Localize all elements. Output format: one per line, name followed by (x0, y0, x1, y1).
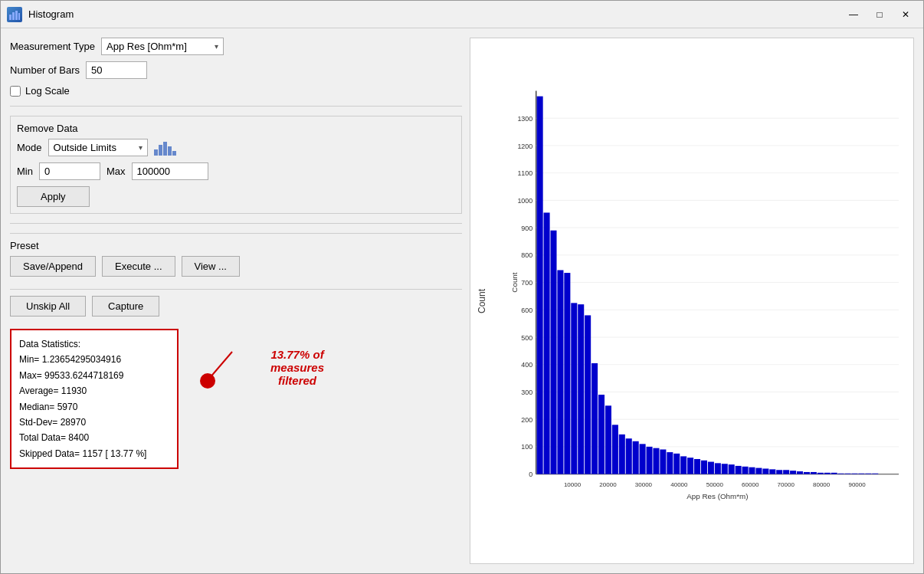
bar-27 (722, 464, 728, 474)
svg-text:700: 700 (521, 279, 532, 287)
bar-35 (776, 470, 782, 474)
main-content: Measurement Type App Res [Ohm*m] ▾ Numbe… (1, 28, 923, 573)
svg-text:60000: 60000 (742, 481, 759, 488)
bar-23 (694, 459, 700, 474)
bar-17 (653, 448, 659, 474)
apply-button[interactable]: Apply (17, 186, 90, 207)
svg-text:20000: 20000 (599, 481, 617, 488)
save-append-button[interactable]: Save/Append (10, 256, 96, 277)
log-scale-label: Log Scale (25, 85, 70, 97)
arrow-row: 13.77% of measures filtered (194, 344, 324, 390)
remove-data-section: Remove Data Mode Outside Limits ▾ (10, 116, 462, 214)
bar-4 (564, 273, 570, 474)
stats-max: Max= 99533.6244718169 (19, 368, 169, 383)
number-of-bars-row: Number of Bars 50 (10, 61, 462, 79)
bar-18 (660, 449, 666, 474)
bar-26 (715, 463, 721, 474)
bar-6 (578, 304, 584, 474)
svg-text:1300: 1300 (517, 115, 532, 123)
filtered-line2: measures (270, 361, 324, 374)
bar-0 (537, 97, 543, 474)
left-panel: Measurement Type App Res [Ohm*m] ▾ Numbe… (10, 38, 462, 564)
bar-36 (783, 470, 789, 474)
svg-text:1000: 1000 (517, 197, 532, 205)
stats-min: Min= 1.23654295034916 (19, 352, 169, 367)
bar-9 (598, 395, 605, 474)
bar-40 (811, 472, 817, 474)
svg-text:200: 200 (521, 416, 532, 424)
bar-2 (550, 231, 556, 474)
bar-49 (872, 474, 878, 474)
svg-text:300: 300 (521, 389, 532, 396)
bar-30 (742, 467, 749, 474)
log-scale-checkbox[interactable] (10, 86, 21, 97)
filtered-line1: 13.77% of (270, 348, 324, 361)
svg-text:70000: 70000 (778, 481, 795, 488)
svg-point-6 (200, 373, 215, 389)
bar-37 (790, 471, 796, 474)
filtered-label: 13.77% of measures filtered (247, 348, 324, 387)
stats-total-data: Total Data= 8400 (19, 430, 169, 445)
number-of-bars-input[interactable]: 50 (86, 61, 147, 79)
svg-text:600: 600 (521, 307, 532, 314)
maximize-button[interactable]: □ (868, 5, 891, 24)
stats-average: Average= 11930 (19, 383, 169, 399)
min-input[interactable] (39, 162, 100, 180)
minimize-button[interactable]: — (842, 5, 865, 24)
unskip-all-button[interactable]: Unskip All (10, 296, 86, 317)
bar-46 (851, 474, 857, 474)
capture-button[interactable]: Capture (92, 296, 159, 317)
chart-area: Count 0 100 200 (470, 38, 914, 564)
svg-rect-0 (9, 15, 11, 20)
close-button[interactable]: ✕ (894, 5, 917, 24)
bar-38 (797, 471, 803, 474)
bottom-buttons: Unskip All Capture (10, 289, 462, 317)
number-of-bars-label: Number of Bars (10, 64, 80, 76)
mode-dropdown[interactable]: Outside Limits ▾ (48, 139, 148, 156)
mode-value: Outside Limits (54, 142, 116, 153)
stats-box: Data Statistics: Min= 1.23654295034916 M… (10, 329, 179, 469)
bar-16 (647, 447, 653, 474)
stats-std-dev: Std-Dev= 28970 (19, 415, 169, 430)
svg-text:50000: 50000 (706, 481, 724, 488)
bar-47 (858, 474, 864, 474)
bar-24 (701, 461, 707, 474)
bar-31 (749, 467, 755, 474)
bar-11 (612, 425, 618, 474)
svg-text:100: 100 (521, 443, 532, 451)
svg-text:10000: 10000 (564, 481, 582, 488)
measurement-type-dropdown[interactable]: App Res [Ohm*m] ▾ (101, 38, 224, 55)
svg-text:1100: 1100 (517, 169, 532, 177)
max-input[interactable] (132, 162, 208, 180)
bar-3 (557, 270, 563, 474)
svg-text:400: 400 (521, 361, 532, 369)
svg-text:App Res (Ohm*m): App Res (Ohm*m) (686, 492, 748, 500)
bar-34 (769, 469, 775, 474)
arrow-svg (194, 344, 240, 390)
histogram-window: Histogram — □ ✕ Measurement Type App Res… (0, 0, 924, 574)
y-axis-label: Count (477, 288, 487, 313)
stats-area: Data Statistics: Min= 1.23654295034916 M… (10, 329, 462, 469)
mode-label: Mode (17, 142, 42, 153)
bar-39 (804, 472, 810, 474)
bar-29 (736, 466, 742, 474)
svg-line-4 (209, 352, 232, 379)
bar-32 (755, 468, 762, 474)
view-button[interactable]: View ... (182, 256, 240, 277)
bar-21 (680, 456, 686, 474)
bar-13 (626, 438, 632, 474)
arrow-line (194, 344, 240, 390)
bar-chart-icon (154, 140, 176, 156)
stats-title: Data Statistics: (19, 336, 169, 352)
bar-10 (605, 405, 611, 474)
filtered-annotation: 13.77% of measures filtered (194, 329, 324, 390)
preset-section: Preset Save/Append Execute ... View ... (10, 233, 462, 277)
bar-33 (762, 468, 768, 474)
bar-43 (831, 473, 837, 474)
svg-rect-1 (12, 12, 15, 20)
execute-button[interactable]: Execute ... (102, 256, 175, 277)
svg-text:80000: 80000 (813, 481, 831, 488)
svg-text:900: 900 (521, 225, 532, 232)
svg-text:Count: Count (510, 272, 519, 292)
histogram-icon (7, 7, 22, 22)
